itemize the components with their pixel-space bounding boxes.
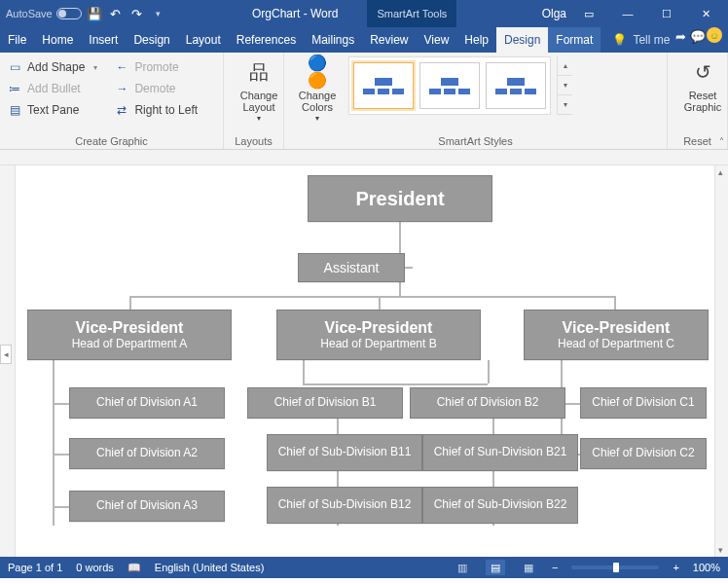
close-icon[interactable]: ✕ [689,0,722,27]
change-layout-button[interactable]: 品 Change Layout▾ [232,56,286,124]
tell-me-search[interactable]: 💡 Tell me [601,27,672,53]
user-name[interactable]: Olga [542,7,566,20]
node-c1[interactable]: Chief of Division C1 [580,387,707,419]
node-vp-a[interactable]: Vice-PresidentHead of Department A [27,310,232,360]
node-b1[interactable]: Chief of Division B1 [247,387,403,419]
style-thumb[interactable] [353,62,414,109]
read-mode-icon[interactable]: ▥ [453,560,472,575]
redo-icon[interactable]: ↷ [128,5,146,22]
maximize-icon[interactable]: ☐ [650,0,683,27]
node-b12[interactable]: Chief of Sub-Division B12 [267,487,422,524]
tab-design[interactable]: Design [126,27,177,53]
zoom-out-button[interactable]: − [552,562,558,573]
node-vp-b[interactable]: Vice-PresidentHead of Department B [276,310,481,360]
autosave-toggle[interactable]: AutoSave [6,8,82,19]
web-layout-icon[interactable]: ▦ [519,560,538,575]
feedback-icon[interactable]: ☺ [707,27,722,43]
tab-help[interactable]: Help [456,27,496,53]
print-layout-icon[interactable]: ▤ [486,560,505,575]
vertical-scrollbar[interactable] [714,165,728,557]
text-pane-icon: ▤ [8,103,21,117]
share-icon[interactable]: ➦ [672,27,689,45]
gallery-more-button[interactable]: ▴▾▾ [557,56,572,115]
style-thumb[interactable] [419,62,480,109]
language-indicator[interactable]: English (United States) [155,562,265,573]
qat-more-icon[interactable]: ▾ [150,5,167,22]
save-icon[interactable]: 💾 [86,5,103,22]
colors-icon: 🔵🟠 [302,56,333,88]
demote-button: →Demote [115,78,198,99]
node-a2[interactable]: Chief of Division A2 [69,438,225,469]
minimize-icon[interactable]: — [611,0,644,27]
tab-file[interactable]: File [0,27,34,53]
tab-smartart-format[interactable]: Format [548,27,601,53]
zoom-slider[interactable] [571,566,659,569]
rtl-icon: ⇄ [115,103,128,117]
layout-icon: 品 [243,56,274,88]
arrow-left-icon: ← [115,60,128,74]
promote-button: ←Promote [115,56,198,78]
tab-review[interactable]: Review [362,27,416,53]
status-bar: Page 1 of 1 0 words 📖 English (United St… [0,557,728,578]
toggle-off-icon [56,8,82,19]
arrow-right-icon: → [115,82,128,95]
document-title: OrgChart - Word [252,7,338,20]
undo-icon[interactable]: ↶ [107,5,125,22]
lightbulb-icon: 💡 [612,33,627,47]
tab-insert[interactable]: Insert [81,27,126,53]
node-b21[interactable]: Chief of Sun-Division B21 [422,434,578,471]
text-pane-button[interactable]: ▤Text Pane [8,99,97,121]
text-pane-expand-handle[interactable]: ◂ [0,345,12,364]
title-bar: AutoSave 💾 ↶ ↷ ▾ OrgChart - Word SmartAr… [0,0,728,27]
spellcheck-icon[interactable]: 📖 [127,562,141,574]
ribbon: ▭Add Shape▾ ≔Add Bullet ▤Text Pane ←Prom… [0,53,728,150]
right-to-left-button[interactable]: ⇄Right to Left [115,99,198,121]
ruler-horizontal [0,150,728,165]
add-shape-button[interactable]: ▭Add Shape▾ [8,56,97,78]
change-colors-button[interactable]: 🔵🟠 Change Colors▾ [292,56,343,124]
styles-gallery[interactable] [348,56,551,115]
node-a1[interactable]: Chief of Division A1 [69,387,225,419]
collapse-ribbon-icon[interactable]: ˄ [719,136,724,147]
group-reset: ↺ Reset Graphic Reset [668,53,728,149]
ribbon-options-icon[interactable]: ▭ [572,0,605,27]
ribbon-tabs: File Home Insert Design Layout Reference… [0,27,728,53]
org-chart[interactable]: President Assistant Vice-PresidentHead o… [16,165,714,181]
node-vp-c[interactable]: Vice-PresidentHead of Department C [524,310,709,360]
node-b11[interactable]: Chief of Sub-Division B11 [267,434,422,471]
group-layouts: 品 Change Layout▾ Layouts [224,53,284,149]
word-count[interactable]: 0 words [76,562,114,573]
document-area: ◂ [0,150,728,557]
node-b2[interactable]: Chief of Division B2 [410,387,565,419]
reset-icon: ↺ [687,56,718,88]
add-shape-icon: ▭ [8,60,21,74]
group-create-graphic: ▭Add Shape▾ ≔Add Bullet ▤Text Pane ←Prom… [0,53,224,149]
tab-mailings[interactable]: Mailings [304,27,362,53]
tab-layout[interactable]: Layout [178,27,229,53]
node-a3[interactable]: Chief of Division A3 [69,491,225,522]
node-president[interactable]: President [308,175,492,222]
tab-references[interactable]: References [229,27,304,53]
page-canvas[interactable]: President Assistant Vice-PresidentHead o… [16,165,714,557]
style-thumb[interactable] [486,62,546,109]
zoom-in-button[interactable]: + [673,562,678,573]
zoom-level[interactable]: 100% [693,562,720,573]
node-assistant[interactable]: Assistant [298,253,405,282]
group-label: Create Graphic [8,133,215,147]
node-c2[interactable]: Chief of Division C2 [580,438,707,469]
group-smartart-styles: 🔵🟠 Change Colors▾ ▴▾▾ SmartArt Styles [284,53,668,149]
reset-graphic-button[interactable]: ↺ Reset Graphic [675,56,728,113]
page-indicator[interactable]: Page 1 of 1 [8,562,62,573]
tab-smartart-design[interactable]: Design [496,27,548,53]
add-bullet-button: ≔Add Bullet [8,78,97,99]
tab-home[interactable]: Home [34,27,81,53]
contextual-tab-label: SmartArt Tools [367,0,456,27]
bullet-icon: ≔ [8,82,21,95]
comments-icon[interactable]: 💬 [689,27,707,45]
node-b22[interactable]: Chief of Sub-Division B22 [422,487,578,524]
tab-view[interactable]: View [417,27,457,53]
